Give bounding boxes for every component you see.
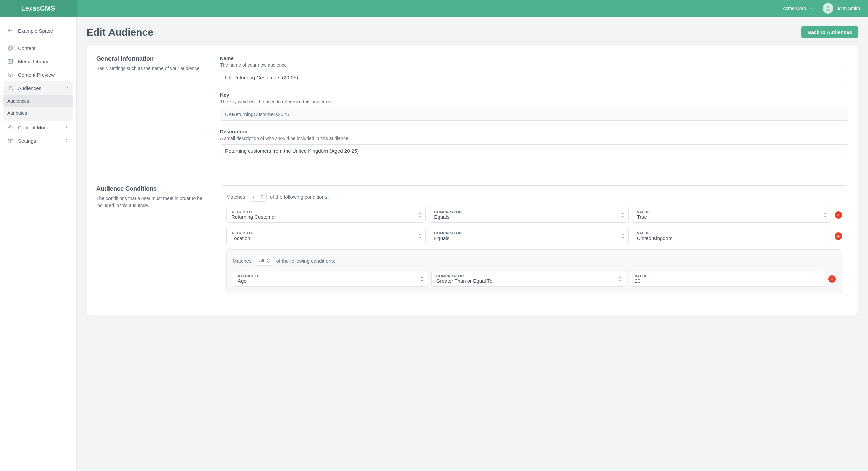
- eye-icon: [7, 72, 13, 78]
- svg-point-6: [10, 74, 11, 76]
- updown-icon: [621, 213, 624, 217]
- svg-point-0: [827, 6, 829, 8]
- avatar: [823, 3, 833, 14]
- chevron-down-icon: [64, 86, 69, 91]
- copy-icon: [7, 45, 13, 51]
- key-input[interactable]: [220, 108, 848, 121]
- svg-rect-2: [9, 46, 12, 49]
- arrow-left-icon: [7, 28, 13, 34]
- section-title: General Information: [96, 55, 207, 62]
- sidebar-item-media[interactable]: Media Library: [0, 55, 76, 68]
- cell-label: VALUE: [637, 210, 819, 214]
- field-label: Name: [220, 55, 848, 61]
- sidebar-item-preview[interactable]: Content Preview: [0, 68, 76, 81]
- attribute-value: Age: [238, 278, 416, 283]
- brand-logo[interactable]: LexasCMS: [0, 0, 77, 17]
- nested-match-mode-select[interactable]: all: [255, 256, 273, 266]
- back-to-audiences-button[interactable]: Back to Audiences: [801, 26, 858, 38]
- section-general: General Information Basic settings such …: [96, 55, 848, 165]
- sidebar-sub-label: Attributes: [7, 110, 27, 116]
- cell-label: COMPARATOR: [434, 231, 617, 235]
- org-switcher[interactable]: Acme Corp: [782, 6, 813, 11]
- condition-row: ATTRIBUTE Location COMPARATOR Equals VAL…: [226, 228, 842, 244]
- attribute-value: Returning Customer: [231, 214, 414, 220]
- cell-label: ATTRIBUTE: [231, 210, 414, 214]
- updown-icon: [418, 234, 421, 238]
- attribute-select[interactable]: ATTRIBUTE Age: [233, 271, 428, 287]
- user-menu[interactable]: John Smith: [823, 3, 860, 14]
- section-desc: The conditions that a user must meet in …: [96, 195, 207, 209]
- user-name: John Smith: [837, 6, 860, 11]
- sidebar-item-label: Settings: [18, 138, 36, 144]
- chevron-down-icon: [809, 6, 813, 11]
- cell-label: COMPARATOR: [436, 274, 615, 278]
- cell-label: VALUE: [637, 231, 819, 235]
- org-name: Acme Corp: [782, 6, 806, 11]
- remove-condition-button[interactable]: [828, 275, 836, 282]
- sliders-icon: [7, 138, 13, 144]
- sidebar-sub-label: Audiences: [7, 98, 29, 104]
- description-input[interactable]: [220, 144, 848, 158]
- sidebar-sub-attributes[interactable]: Attributes: [3, 107, 73, 119]
- sidebar-item-label: Audiences: [18, 86, 41, 91]
- chevron-right-icon: [64, 138, 69, 144]
- image-icon: [7, 58, 13, 64]
- remove-condition-button[interactable]: [835, 211, 842, 219]
- comparator-select[interactable]: COMPARATOR Greater Than or Equal To: [431, 271, 627, 287]
- value-value: United Kingdom: [637, 235, 819, 241]
- sidebar-item-label: Content Preview: [18, 72, 55, 78]
- value-value: 20: [634, 278, 813, 283]
- field-label: Key: [220, 92, 848, 98]
- sidebar-item-settings[interactable]: Settings: [0, 134, 76, 147]
- match-mode-select[interactable]: all: [249, 192, 267, 202]
- attribute-select[interactable]: ATTRIBUTE Location: [226, 228, 426, 244]
- match-mode-row: Matches all of the following conditions:: [226, 192, 842, 202]
- sidebar-back[interactable]: Example Space: [0, 24, 76, 37]
- cell-label: ATTRIBUTE: [231, 231, 414, 235]
- cell-label: ATTRIBUTE: [238, 274, 416, 278]
- condition-row: ATTRIBUTE Returning Customer COMPARATOR …: [226, 207, 842, 223]
- cell-label: COMPARATOR: [434, 210, 617, 214]
- value-select[interactable]: VALUE True: [632, 207, 831, 223]
- svg-rect-3: [8, 47, 11, 51]
- section-conditions: Audience Conditions The conditions that …: [96, 186, 848, 301]
- comparator-select[interactable]: COMPARATOR Equals: [429, 228, 628, 244]
- remove-condition-button[interactable]: [835, 233, 842, 240]
- field-name: Name The name of your new audience: [220, 55, 848, 84]
- field-help: A small description of who should be inc…: [220, 136, 848, 141]
- svg-rect-4: [8, 59, 13, 63]
- updown-icon: [267, 258, 270, 263]
- sidebar-item-content[interactable]: Content: [0, 41, 76, 55]
- cell-label: VALUE: [634, 274, 813, 278]
- updown-icon: [621, 234, 624, 238]
- sidebar-sub-audiences[interactable]: Audiences: [3, 95, 73, 107]
- value-value: True: [637, 214, 819, 220]
- attribute-value: Location: [231, 235, 414, 241]
- updown-icon: [418, 213, 421, 217]
- value-input[interactable]: VALUE United Kingdom: [632, 228, 831, 244]
- name-input[interactable]: [220, 71, 848, 84]
- sidebar-item-audiences[interactable]: Audiences: [3, 81, 73, 95]
- svg-point-7: [9, 87, 11, 88]
- nested-conditions-panel: Matches all of the following conditions:…: [226, 249, 842, 293]
- value-input[interactable]: VALUE 20: [630, 271, 825, 287]
- attribute-select[interactable]: ATTRIBUTE Returning Customer: [226, 207, 426, 223]
- match-mode-value: all: [259, 258, 264, 263]
- brand-left: Lexas: [21, 5, 40, 12]
- match-left-text: Matches: [233, 258, 252, 264]
- comparator-select[interactable]: COMPARATOR Equals: [429, 207, 628, 223]
- sidebar-item-content-model[interactable]: Content Model: [0, 121, 76, 134]
- sidebar-item-label: Content Model: [18, 125, 51, 130]
- main-content: Edit Audience Back to Audiences General …: [77, 17, 868, 471]
- match-mode-value: all: [253, 194, 258, 199]
- brand-right: CMS: [40, 5, 55, 12]
- svg-point-8: [11, 87, 12, 88]
- users-icon: [7, 85, 13, 91]
- updown-icon: [420, 276, 424, 281]
- section-title: Audience Conditions: [96, 186, 207, 193]
- page-title: Edit Audience: [87, 27, 153, 38]
- svg-point-5: [9, 60, 10, 61]
- field-help: The key which will be used to reference …: [220, 99, 848, 104]
- sidebar-back-label: Example Space: [18, 28, 53, 34]
- field-key: Key The key which will be used to refere…: [220, 92, 848, 121]
